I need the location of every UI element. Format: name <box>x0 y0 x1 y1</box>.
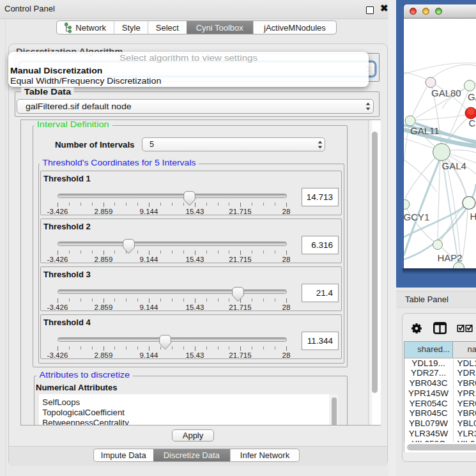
svg-text:HAP2: HAP2 <box>438 252 463 263</box>
svg-text:GAL80: GAL80 <box>431 88 461 98</box>
svg-text:C: C <box>469 118 476 128</box>
svg-text:GCY1: GCY1 <box>404 211 429 222</box>
svg-text:H: H <box>470 211 476 222</box>
svg-text:GAL4: GAL4 <box>442 160 466 171</box>
svg-text:GAL11: GAL11 <box>410 125 440 136</box>
svg-text:GA: GA <box>468 91 476 102</box>
